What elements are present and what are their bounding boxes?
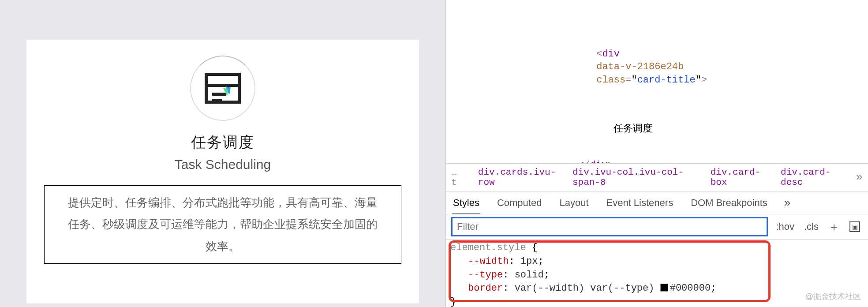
breadcrumb-item[interactable]: div.card-box [711, 167, 768, 187]
card-box: 任务调度 Task Scheduling 提供定时、任务编排、分布式跑批等功能，… [26, 40, 419, 303]
devtools-panel: <div data-v-2186e24b class="card-title">… [445, 0, 868, 307]
card-label: Task Scheduling [44, 157, 401, 172]
elements-dom-tree[interactable]: <div data-v-2186e24b class="card-title">… [446, 0, 868, 163]
watermark: @掘金技术社区 [805, 291, 861, 302]
styles-filter-row: :hov .cls ＋ ▣ [446, 214, 868, 240]
styles-pane[interactable]: element.style { --width: 1px; --type: so… [446, 240, 868, 307]
toggle-cls-button[interactable]: .cls [804, 221, 819, 232]
color-swatch-icon[interactable] [660, 284, 668, 292]
tabs-overflow-icon[interactable]: » [784, 196, 790, 210]
breadcrumb-item[interactable]: div.cards.ivu-row [478, 167, 560, 187]
tab-styles[interactable]: Styles [452, 192, 480, 214]
card-title: 任务调度 [44, 132, 401, 153]
styles-subtabs: Styles Computed Layout Event Listeners D… [446, 191, 868, 214]
tab-computed[interactable]: Computed [496, 192, 543, 214]
card-icon [187, 53, 258, 124]
tab-layout[interactable]: Layout [558, 192, 589, 214]
breadcrumb-item[interactable]: div.card-desc [781, 167, 843, 187]
elements-breadcrumbs[interactable]: … t div.cards.ivu-row div.ivu-col.ivu-co… [446, 163, 868, 191]
new-style-rule-button[interactable]: ＋ [828, 219, 840, 235]
styles-filter-input[interactable] [451, 217, 768, 236]
breadcrumb-overflow[interactable]: … t [451, 167, 466, 187]
breadcrumb-item[interactable]: div.ivu-col.ivu-col-span-8 [572, 167, 698, 187]
breadcrumb-scroll-right-icon[interactable]: » [856, 171, 863, 184]
tab-event-listeners[interactable]: Event Listeners [606, 192, 674, 214]
toggle-sidebar-button[interactable]: ▣ [849, 221, 860, 232]
preview-pane: 任务调度 Task Scheduling 提供定时、任务编排、分布式跑批等功能，… [0, 0, 445, 307]
tab-dom-breakpoints[interactable]: DOM Breakpoints [690, 192, 768, 214]
toggle-hov-button[interactable]: :hov [776, 221, 794, 232]
card-desc: 提供定时、任务编排、分布式跑批等功能，具有高可靠、海量任务、秒级调度及可运维等能… [44, 185, 401, 264]
